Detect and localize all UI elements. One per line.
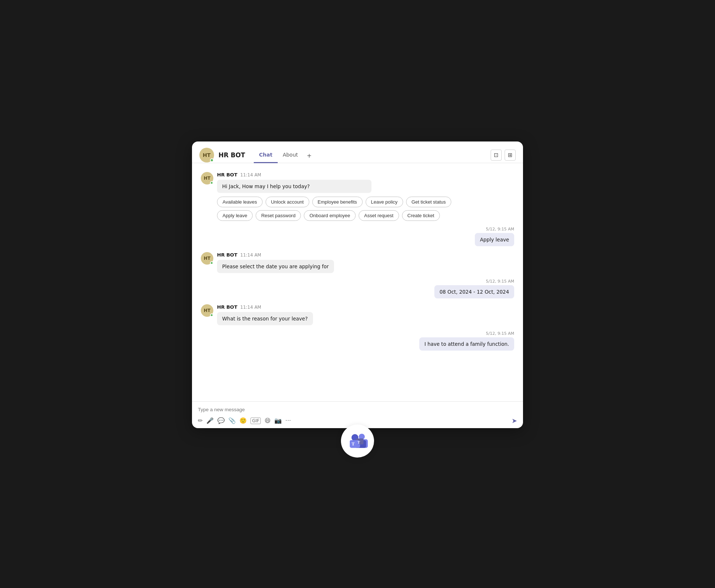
user-bubble-1: Apply leave <box>475 233 514 246</box>
add-tab-button[interactable]: + <box>303 148 315 163</box>
teams-logo-container: T T <box>341 424 374 458</box>
tab-about[interactable]: About <box>278 147 303 163</box>
sticker-icon[interactable]: 😄 <box>264 417 271 424</box>
popout-icon[interactable]: ⊡ <box>491 150 502 161</box>
emoji-icon[interactable]: 🙂 <box>239 417 247 424</box>
user-bubble-3: I have to attend a family function. <box>419 337 514 351</box>
input-toolbar: ✏ 🎤 💬 📎 🙂 GIF 😄 📷 ··· ➤ <box>198 417 517 424</box>
user-meta-3: 5/12, 9:15 AM <box>486 331 514 336</box>
quick-reply-create-ticket[interactable]: Create ticket <box>402 210 440 221</box>
bot-bubble-1: Hi Jack, How may I help you today? <box>217 180 371 193</box>
bot-meta-2: HR BOT 11:14 AM <box>217 252 334 258</box>
svg-text:T: T <box>358 440 360 444</box>
quick-reply-leave-policy[interactable]: Leave policy <box>366 197 403 207</box>
user-message-group-2: 5/12, 9:15 AM 08 Oct, 2024 - 12 Oct, 202… <box>201 279 514 298</box>
header-tabs: Chat About + <box>254 147 315 163</box>
user-meta-1: 5/12, 9:15 AM <box>486 227 514 232</box>
chat-window: HT HR BOT Chat About + ⊡ ⊞ HT <box>192 141 523 428</box>
bot-message-group-3: HT HR BOT 11:14 AM What is the reason fo… <box>201 304 514 325</box>
user-meta-2: 5/12, 9:15 AM <box>486 279 514 284</box>
bot-time-2: 11:14 AM <box>240 252 261 258</box>
more-options-icon[interactable]: ··· <box>285 417 291 424</box>
bot-bubble-3: What is the reason for your leave? <box>217 312 313 325</box>
bot-avatar: HT <box>199 148 214 162</box>
message-input[interactable] <box>198 405 517 414</box>
mic-icon[interactable]: 🎤 <box>206 417 214 424</box>
gif-icon[interactable]: GIF <box>250 417 261 424</box>
bot-time-1: 11:14 AM <box>240 172 261 178</box>
quick-reply-onboard-employee[interactable]: Onboard employee <box>304 210 356 221</box>
bot-sender-3: HR BOT <box>217 304 237 310</box>
chat-header: HT HR BOT Chat About + ⊡ ⊞ <box>192 141 523 163</box>
bot-name: HR BOT <box>218 151 245 159</box>
bot-sender-1: HR BOT <box>217 172 237 178</box>
attach-icon[interactable]: 📎 <box>228 417 236 424</box>
bot-bubble-2: Please select the date you are applying … <box>217 260 334 273</box>
svg-text:T: T <box>352 441 355 447</box>
bot-content-2: HR BOT 11:14 AM Please select the date y… <box>217 252 334 273</box>
bot-avatar-2: HT <box>201 252 213 265</box>
bot-status-dot-2 <box>210 261 213 265</box>
quick-reply-get-ticket-status[interactable]: Get ticket status <box>406 197 451 207</box>
bot-meta-3: HR BOT 11:14 AM <box>217 304 313 310</box>
bot-status-dot-3 <box>210 313 213 317</box>
quick-reply-reset-password[interactable]: Reset password <box>256 210 301 221</box>
quick-reply-unlock-account[interactable]: Unlock account <box>266 197 309 207</box>
bot-content-3: HR BOT 11:14 AM What is the reason for y… <box>217 304 313 325</box>
format-icon[interactable]: ✏ <box>198 417 203 424</box>
teams-logo-icon: T T <box>347 431 368 451</box>
tab-chat[interactable]: Chat <box>254 147 277 163</box>
status-dot <box>210 158 214 162</box>
transcript-icon[interactable]: 💬 <box>217 417 225 424</box>
svg-point-7 <box>359 434 364 438</box>
bot-status-dot-1 <box>210 181 213 184</box>
quick-reply-asset-request[interactable]: Asset request <box>359 210 399 221</box>
user-message-group-3: 5/12, 9:15 AM I have to attend a family … <box>201 331 514 351</box>
bot-message-group-2: HT HR BOT 11:14 AM Please select the dat… <box>201 252 514 273</box>
quick-replies: Available leaves Unlock account Employee… <box>217 197 452 221</box>
bot-sender-2: HR BOT <box>217 252 237 258</box>
header-actions: ⊡ ⊞ <box>491 150 516 161</box>
chat-area: HT HR BOT 11:14 AM Hi Jack, How may I he… <box>192 163 523 401</box>
bot-time-3: 11:14 AM <box>240 305 261 310</box>
bot-message-group-1: HT HR BOT 11:14 AM Hi Jack, How may I he… <box>201 172 514 221</box>
immersive-icon[interactable]: 📷 <box>274 417 282 424</box>
bot-avatar-1: HT <box>201 172 213 184</box>
quick-reply-apply-leave[interactable]: Apply leave <box>217 210 253 221</box>
bot-meta-1: HR BOT 11:14 AM <box>217 172 452 178</box>
send-button[interactable]: ➤ <box>512 417 517 424</box>
quick-reply-available-leaves[interactable]: Available leaves <box>217 197 263 207</box>
user-bubble-2: 08 Oct, 2024 - 12 Oct, 2024 <box>434 285 514 298</box>
quick-reply-employee-benefits[interactable]: Employee benefits <box>312 197 363 207</box>
user-message-group-1: 5/12, 9:15 AM Apply leave <box>201 227 514 246</box>
bot-content-1: HR BOT 11:14 AM Hi Jack, How may I help … <box>217 172 452 221</box>
bot-avatar-3: HT <box>201 304 213 317</box>
expand-icon[interactable]: ⊞ <box>505 150 516 161</box>
